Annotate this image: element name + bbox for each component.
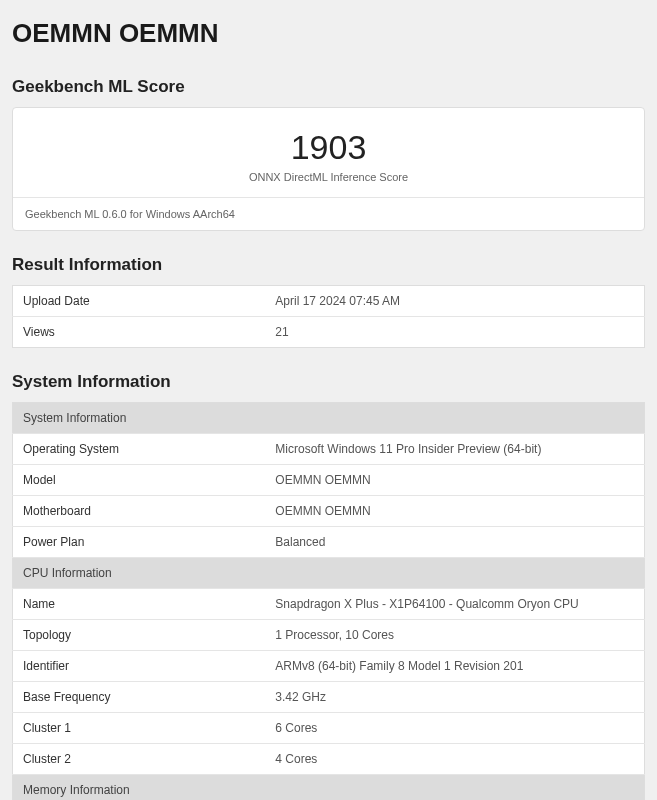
row-value: Balanced	[265, 527, 644, 558]
row-value: Microsoft Windows 11 Pro Insider Preview…	[265, 434, 644, 465]
row-key: Base Frequency	[13, 682, 266, 713]
table-row: Topology1 Processor, 10 Cores	[13, 620, 645, 651]
group-header-row: CPU Information	[13, 558, 645, 589]
row-value: OEMMN OEMMN	[265, 496, 644, 527]
table-row: Cluster 16 Cores	[13, 713, 645, 744]
row-value: OEMMN OEMMN	[265, 465, 644, 496]
score-section: Geekbench ML Score 1903 ONNX DirectML In…	[12, 77, 645, 231]
score-label: ONNX DirectML Inference Score	[23, 171, 634, 183]
row-key: Power Plan	[13, 527, 266, 558]
row-key: Cluster 2	[13, 744, 266, 775]
score-heading: Geekbench ML Score	[12, 77, 645, 97]
row-value: Snapdragon X Plus - X1P64100 - Qualcomm …	[265, 589, 644, 620]
result-table: Upload DateApril 17 2024 07:45 AMViews21	[12, 285, 645, 348]
page-title: OEMMN OEMMN	[12, 18, 645, 49]
table-row: Base Frequency3.42 GHz	[13, 682, 645, 713]
row-value: 21	[265, 317, 644, 348]
row-key: Operating System	[13, 434, 266, 465]
row-key: Identifier	[13, 651, 266, 682]
table-row: Cluster 24 Cores	[13, 744, 645, 775]
group-header-row: System Information	[13, 403, 645, 434]
score-box: 1903 ONNX DirectML Inference Score Geekb…	[12, 107, 645, 231]
row-key: Model	[13, 465, 266, 496]
table-row: Upload DateApril 17 2024 07:45 AM	[13, 286, 645, 317]
table-row: Views21	[13, 317, 645, 348]
table-row: Power PlanBalanced	[13, 527, 645, 558]
table-row: IdentifierARMv8 (64-bit) Family 8 Model …	[13, 651, 645, 682]
table-row: NameSnapdragon X Plus - X1P64100 - Qualc…	[13, 589, 645, 620]
group-header-row: Memory Information	[13, 775, 645, 801]
score-footer: Geekbench ML 0.6.0 for Windows AArch64	[13, 198, 644, 230]
table-row: Operating SystemMicrosoft Windows 11 Pro…	[13, 434, 645, 465]
result-heading: Result Information	[12, 255, 645, 275]
table-row: ModelOEMMN OEMMN	[13, 465, 645, 496]
table-row: MotherboardOEMMN OEMMN	[13, 496, 645, 527]
row-key: Motherboard	[13, 496, 266, 527]
result-section: Result Information Upload DateApril 17 2…	[12, 255, 645, 348]
system-section: System Information System InformationOpe…	[12, 372, 645, 800]
row-value: April 17 2024 07:45 AM	[265, 286, 644, 317]
row-value: ARMv8 (64-bit) Family 8 Model 1 Revision…	[265, 651, 644, 682]
group-header: System Information	[13, 403, 645, 434]
row-key: Name	[13, 589, 266, 620]
group-header: Memory Information	[13, 775, 645, 801]
system-heading: System Information	[12, 372, 645, 392]
row-value: 1 Processor, 10 Cores	[265, 620, 644, 651]
row-value: 6 Cores	[265, 713, 644, 744]
row-key: Upload Date	[13, 286, 266, 317]
group-header: CPU Information	[13, 558, 645, 589]
system-table: System InformationOperating SystemMicros…	[12, 402, 645, 800]
row-value: 4 Cores	[265, 744, 644, 775]
row-value: 3.42 GHz	[265, 682, 644, 713]
row-key: Topology	[13, 620, 266, 651]
score-value: 1903	[23, 128, 634, 167]
row-key: Views	[13, 317, 266, 348]
row-key: Cluster 1	[13, 713, 266, 744]
